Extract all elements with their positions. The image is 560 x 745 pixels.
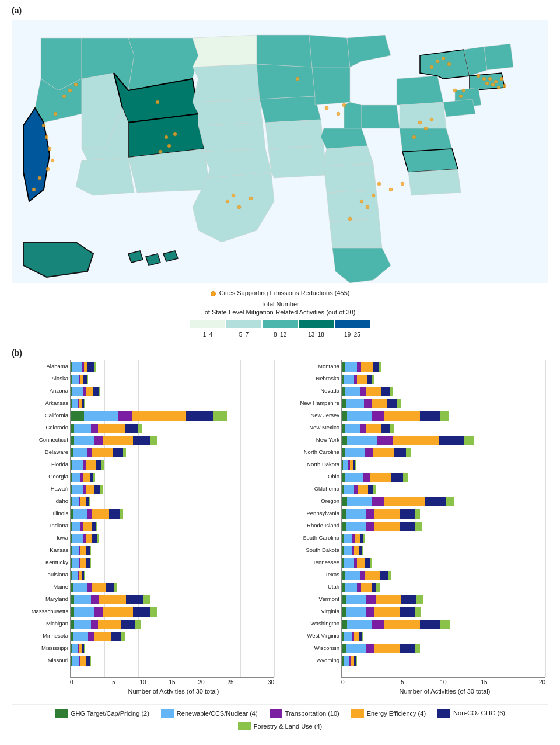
x-axis-label: 0 xyxy=(341,679,382,685)
bar-segment xyxy=(91,620,98,629)
bar-segment xyxy=(94,436,103,445)
bar-segment xyxy=(74,595,91,604)
bar-segment xyxy=(373,362,379,372)
legend-label: Forestry & Land Use (4) xyxy=(254,723,322,730)
bar-segment xyxy=(90,656,91,666)
bar-segment xyxy=(106,583,114,592)
svg-point-74 xyxy=(482,77,486,81)
svg-marker-22 xyxy=(268,146,327,178)
bar-row: Wisconsin xyxy=(342,644,545,653)
bar-row: Utah xyxy=(342,583,545,592)
bar-segment xyxy=(86,534,93,543)
bar-row: Texas xyxy=(342,571,545,580)
bar-label: Georgia xyxy=(13,473,68,481)
bar-segment xyxy=(347,436,377,445)
scale-label-3: 8–12 xyxy=(262,331,298,338)
section-a: (a) xyxy=(12,6,548,338)
color-scale-3 xyxy=(262,320,298,328)
map-legend-title: Total Numberof State-Level Mitigation-Re… xyxy=(205,300,356,317)
bar-segment xyxy=(92,583,106,592)
svg-point-97 xyxy=(424,127,428,130)
bar-label: Missouri xyxy=(13,656,68,664)
svg-marker-34 xyxy=(397,76,443,105)
bar-segment xyxy=(74,607,94,617)
bar-label: Maine xyxy=(13,583,68,591)
x-axis-label: 25 xyxy=(216,679,245,685)
bar-segment xyxy=(72,644,77,653)
svg-marker-19 xyxy=(257,64,315,99)
bar-segment xyxy=(403,473,408,482)
bar-segment xyxy=(74,448,87,457)
bar-segment xyxy=(80,546,86,555)
bar-segment xyxy=(361,583,371,592)
bar-segment xyxy=(345,473,363,482)
svg-point-92 xyxy=(348,217,352,221)
scale-label-2: 5–7 xyxy=(226,331,261,338)
bar-segment xyxy=(102,460,103,470)
bar-segment xyxy=(372,497,384,506)
bar-row: California xyxy=(71,411,274,421)
us-map xyxy=(12,18,548,286)
bar-label: Colorado xyxy=(13,424,68,432)
color-scale-1 xyxy=(190,320,225,328)
bar-segment xyxy=(384,620,420,629)
bar-segment xyxy=(74,620,91,629)
bar-segment xyxy=(346,509,366,519)
bar-segment xyxy=(143,595,150,604)
bar-segment xyxy=(420,411,440,421)
bar-segment xyxy=(92,534,97,543)
svg-point-75 xyxy=(485,82,489,85)
bar-row: Arkansas xyxy=(71,399,274,408)
bar-segment xyxy=(372,583,377,592)
legend-label: Non-CO₂ GHG (6) xyxy=(453,709,505,717)
left-x-axis-title: Number of Activities (of 30 total) xyxy=(70,688,277,695)
bar-segment xyxy=(84,411,118,421)
bar-segment xyxy=(370,558,372,568)
bar-segment xyxy=(100,485,103,494)
bar-segment xyxy=(415,522,422,531)
bar-label: Hawai'i xyxy=(13,485,68,493)
bar-segment xyxy=(342,497,347,506)
svg-point-59 xyxy=(62,95,66,98)
bar-label: Illinois xyxy=(13,509,68,517)
bar-segment xyxy=(74,436,94,445)
bar-segment xyxy=(133,607,150,617)
legend-label: Energy Efficiency (4) xyxy=(367,710,426,717)
bar-label: South Carolina xyxy=(284,534,340,542)
bar-row: Oregon xyxy=(342,497,545,506)
bar-label: Connecticut xyxy=(13,436,68,444)
bar-segment xyxy=(125,424,138,433)
svg-marker-38 xyxy=(408,169,461,195)
bar-label: New York xyxy=(284,436,340,444)
grid-line xyxy=(274,360,275,677)
map-container xyxy=(12,18,548,286)
bar-segment xyxy=(357,558,365,568)
bar-row: Virginia xyxy=(342,607,545,617)
bar-label: Massachusetts xyxy=(13,607,68,615)
bar-segment xyxy=(356,656,357,666)
bar-segment xyxy=(415,509,421,519)
bar-segment xyxy=(415,607,421,617)
bar-segment xyxy=(150,436,157,445)
bar-segment xyxy=(92,522,96,531)
bar-label: Florida xyxy=(13,460,68,468)
svg-point-70 xyxy=(237,205,241,209)
bar-segment xyxy=(344,485,354,494)
bar-label: Tennessee xyxy=(284,558,340,566)
bar-segment xyxy=(90,558,91,568)
bar-segment xyxy=(114,583,117,592)
bar-segment xyxy=(109,509,119,519)
bar-segment xyxy=(372,411,384,421)
svg-point-72 xyxy=(249,197,253,200)
scale-label-1: 1–4 xyxy=(190,331,225,338)
bar-segment xyxy=(126,595,143,604)
bar-segment xyxy=(464,436,474,445)
legend-item: Energy Efficiency (4) xyxy=(351,709,426,718)
svg-marker-27 xyxy=(321,128,368,149)
x-axis-label: 30 xyxy=(245,679,274,685)
svg-point-87 xyxy=(447,62,451,66)
right-x-axis-title: Number of Activities (of 30 total) xyxy=(341,688,548,695)
bar-label: Mississippi xyxy=(13,644,68,652)
bar-segment xyxy=(362,632,363,641)
bar-label: New Hampshire xyxy=(284,399,340,407)
